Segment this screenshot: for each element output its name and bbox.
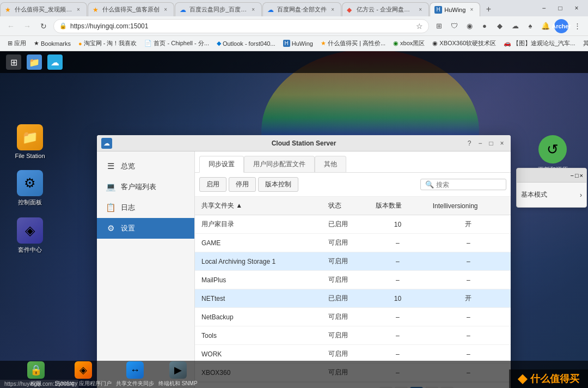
browser-tab-1[interactable]: ★ 什么值得买_发现频道_ × [0, 2, 87, 16]
ext-icon-1[interactable]: 🛡 [448, 20, 461, 33]
tab-close-6[interactable]: × [468, 6, 475, 14]
table-row[interactable]: MailPlus 可启用 – – [195, 271, 511, 289]
tab-label-2: 什么值得买_值客原创 [102, 5, 160, 14]
control-panel-icon[interactable]: ⚙ 控制面板 [11, 170, 49, 207]
ext-icon-6[interactable]: ♠ [524, 20, 537, 33]
bottom-terminal-snmp-icon[interactable]: ▶ 终端机和 SNMP [158, 361, 198, 387]
mode-button[interactable]: 基本模式 › [521, 188, 582, 202]
table-row[interactable]: 用户家目录 已启用 10 开 [195, 215, 511, 234]
browser-tab-5[interactable]: ◆ 亿方云 - 企业网盘解... × [342, 2, 429, 16]
back-button[interactable]: ← [4, 20, 17, 33]
smzdm-icon: ★ [321, 40, 326, 47]
new-tab-button[interactable]: + [481, 2, 496, 16]
refresh-button[interactable]: ↻ [37, 20, 50, 33]
app-toolbar: 启用 停用 版本控制 🔍 [195, 173, 511, 197]
ext-icon-7[interactable]: 🔔 [539, 20, 552, 33]
tab-other[interactable]: 其他 [315, 156, 346, 172]
maximize-button[interactable]: □ [553, 1, 567, 15]
xbox360-icon: ◉ [432, 40, 438, 47]
browser-tab-2[interactable]: ★ 什么值得买_值客原创 × [88, 2, 174, 16]
extensions-button[interactable]: ⊞ [432, 20, 445, 33]
disable-button[interactable]: 停用 [229, 177, 256, 192]
lock-icon: 🔒 [59, 22, 67, 29]
sidebar-item-log[interactable]: 📋 日志 [97, 197, 194, 218]
extensions-area: ⊞ 🛡 ◉ ● ◆ ☁ ♠ 🔔 Archer ⋮ [432, 19, 584, 33]
sidebar-item-overview[interactable]: ☰ 总览 [97, 156, 194, 177]
bookmark-chiphell[interactable]: 📄 首页 - Chiphell - 分... [141, 38, 212, 48]
version-control-button[interactable]: 版本控制 [258, 177, 298, 192]
col-versions[interactable]: 版本数量 [369, 197, 426, 215]
bookmark-smzdm[interactable]: ★ 什么值得买 | 高性价... [317, 38, 389, 48]
browser-tab-6[interactable]: H HuWing × [430, 2, 480, 16]
taobao-icon: ● [78, 40, 82, 47]
tab-sync-settings[interactable]: 同步设置 [199, 156, 244, 173]
bookmark-outlook[interactable]: ◆ Outlook - forst040... [213, 39, 279, 48]
forward-button[interactable]: → [21, 20, 34, 33]
bookmark-others[interactable]: 其他书签 [580, 38, 588, 48]
app-title-icon-area: ☁ [101, 138, 112, 149]
bookmark-main[interactable]: ★ Bookmarks [30, 39, 74, 48]
browser-window-controls: − □ × [537, 1, 584, 15]
url-bar[interactable]: 🔒 https://huyingqi.com:15001 ☆ [53, 19, 429, 33]
tab-user-sync[interactable]: 用户同步配置文件 [244, 156, 315, 172]
col-status[interactable]: 状态 [322, 197, 369, 215]
right-panel: ↺ 更新和还原 [517, 124, 588, 388]
col-folder-label: 共享文件夹 ▲ [201, 202, 242, 209]
bookmark-car[interactable]: 🚗 【图】途观论坛_汽车... [500, 38, 578, 48]
table-row[interactable]: GAME 可启用 – – [195, 234, 511, 252]
tab-close-2[interactable]: × [162, 6, 169, 14]
dsm-file-button[interactable]: 📁 [25, 53, 44, 71]
sidebar-item-settings[interactable]: ⚙ 设置 [97, 218, 194, 239]
table-row[interactable]: NETtest 已启用 10 开 [195, 289, 511, 308]
second-win-minimize[interactable]: − [570, 172, 573, 179]
cell-status: 已启用 [322, 289, 369, 308]
col-versions-label: 版本数量 [376, 202, 402, 209]
app-help-button[interactable]: ? [465, 139, 474, 148]
tab-close-3[interactable]: × [249, 6, 257, 14]
ext-icon-5[interactable]: ☁ [509, 20, 522, 33]
enable-button[interactable]: 启用 [199, 177, 226, 192]
cell-folder: GAME [195, 234, 322, 252]
address-bar: ← → ↻ 🔒 https://huyingqi.com:15001 ☆ ⊞ 🛡… [0, 16, 588, 36]
second-win-close[interactable]: × [580, 172, 583, 179]
minimize-button[interactable]: − [537, 1, 551, 15]
menu-button[interactable]: ⋮ [571, 20, 584, 33]
table-row[interactable]: Tools 可启用 – – [195, 326, 511, 345]
app-sidebar: ☰ 总览 💻 客户端列表 📋 日志 ⚙ 设置 [97, 151, 195, 388]
col-intelliversioning[interactable]: Intelliversioning [426, 197, 511, 215]
close-button[interactable]: × [569, 1, 584, 15]
smzdm-label: 什么值得买 | 高性价... [328, 39, 385, 47]
bottom-share-sync-icon[interactable]: ↔ 共享文件夹同步 [116, 361, 154, 387]
star-icon[interactable]: ☆ [416, 22, 423, 31]
tab-close-1[interactable]: × [75, 6, 82, 14]
package-center-icon[interactable]: ◈ 套件中心 [11, 217, 49, 254]
bookmark-xbox360[interactable]: ◉ XBOX360软硬技术区 [429, 38, 499, 48]
file-station-icon[interactable]: 📁 File Station [11, 124, 49, 159]
app-minimize-button[interactable]: − [476, 139, 485, 148]
cell-status: 可启用 [322, 271, 369, 289]
bookmark-xbox[interactable]: ◉ xbox黑区 [390, 38, 428, 48]
tab-close-5[interactable]: × [416, 6, 424, 14]
cell-versions: – [369, 234, 426, 252]
app-close-button[interactable]: × [498, 139, 506, 148]
browser-tab-3[interactable]: ☁ 百度云盘同步_百度搜... × [175, 2, 262, 16]
ext-icon-4[interactable]: ◆ [493, 20, 506, 33]
search-input[interactable] [436, 181, 501, 189]
sidebar-item-clients[interactable]: 💻 客户端列表 [97, 177, 194, 197]
profile-button[interactable]: Archer [554, 19, 568, 33]
table-row[interactable]: NetBackup 可启用 – – [195, 308, 511, 326]
bookmark-taobao[interactable]: ● 淘宝网 - 淘！我喜欢 [75, 38, 140, 48]
app-maximize-button[interactable]: □ [487, 139, 495, 148]
table-row[interactable]: Local Archiving Storage 1 可启用 – – [195, 252, 511, 271]
ext-icon-2[interactable]: ◉ [463, 20, 476, 33]
second-win-maximize[interactable]: □ [575, 172, 579, 179]
dsm-grid-button[interactable]: ⊞ [4, 53, 23, 71]
browser-tab-4[interactable]: ☁ 百度网盘·全部文件 × [262, 2, 341, 16]
tab-close-4[interactable]: × [329, 6, 336, 14]
ext-icon-3[interactable]: ● [478, 20, 491, 33]
col-folder[interactable]: 共享文件夹 ▲ [195, 197, 322, 215]
dsm-cloud-button[interactable]: ☁ [46, 53, 64, 71]
bookmark-huwing[interactable]: H HuWing [280, 39, 316, 48]
bookmark-apps[interactable]: ⊞ 应用 [4, 38, 29, 48]
app-title: Cloud Station Server [272, 140, 336, 147]
